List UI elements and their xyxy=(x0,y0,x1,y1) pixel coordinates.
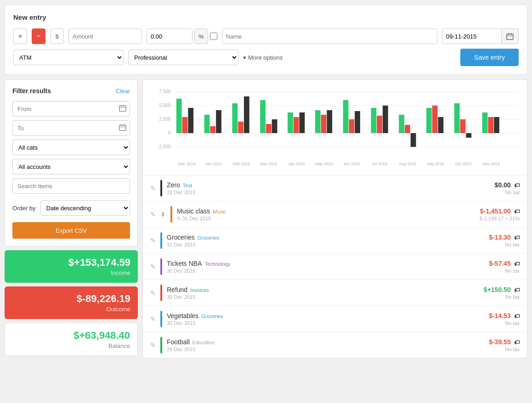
svg-rect-35 xyxy=(266,124,272,133)
order-row: Order by Date descending Date ascending … xyxy=(12,200,130,216)
svg-rect-66 xyxy=(482,112,488,133)
category-color-bar xyxy=(160,180,162,196)
date-input[interactable] xyxy=(442,28,502,44)
svg-rect-50 xyxy=(371,108,376,133)
transaction-sub-amount: No tax xyxy=(495,190,520,195)
svg-rect-51 xyxy=(377,116,382,133)
clear-link[interactable]: Clear xyxy=(116,88,130,95)
svg-rect-52 xyxy=(383,106,388,133)
svg-rect-28 xyxy=(216,110,221,133)
transaction-sub-amount: No tax xyxy=(489,347,520,352)
transaction-row: ✎RefundInvoices30 Dec 2015$+150.50 🏷No t… xyxy=(143,280,527,306)
calendar-button[interactable] xyxy=(502,28,519,44)
filter-title: Filter results xyxy=(12,87,51,95)
outcome-amount: $-89,226.19 xyxy=(12,293,130,305)
svg-rect-47 xyxy=(349,119,354,133)
from-calendar-icon[interactable] xyxy=(119,105,126,113)
edit-icon[interactable]: ✎ xyxy=(150,237,156,244)
plus-button[interactable]: + xyxy=(13,28,27,44)
svg-rect-60 xyxy=(438,117,444,133)
amount-input[interactable] xyxy=(68,28,142,44)
name-input[interactable] xyxy=(222,28,437,44)
order-select[interactable]: Date descending Date ascending Amount xyxy=(40,200,130,216)
minus-button[interactable]: − xyxy=(32,28,45,44)
edit-icon[interactable]: ✎ xyxy=(150,289,156,297)
transaction-row: ✎ZeroTest31 Dec 2015$0.00 🏷No tax xyxy=(143,175,527,202)
bar-chart: 7,500 5,000 2,500 0 -2,500 Dec 2014 Jan … xyxy=(150,87,520,170)
percent-input[interactable] xyxy=(147,28,192,44)
transaction-row: ✎VegetablesGroceries30 Dec 2015$-14.53 🏷… xyxy=(143,306,527,332)
to-input[interactable] xyxy=(12,120,130,136)
balance-amount: $+63,948.40 xyxy=(12,330,130,341)
svg-rect-67 xyxy=(488,117,493,133)
transaction-info: Music classMusic↻ 31 Dec 2015 xyxy=(177,207,475,222)
svg-text:2,500: 2,500 xyxy=(159,117,171,122)
more-options-link[interactable]: ▾ More options xyxy=(243,54,283,61)
svg-rect-59 xyxy=(432,106,438,133)
to-calendar-icon[interactable] xyxy=(119,124,126,133)
transaction-date: 30 Dec 2015 xyxy=(167,268,484,274)
account-filter-select[interactable]: All accounts xyxy=(12,159,130,174)
edit-icon[interactable]: ✎ xyxy=(150,263,156,270)
search-input[interactable] xyxy=(12,178,130,194)
edit-icon[interactable]: ✎ xyxy=(150,315,156,323)
transaction-tag: Invoices xyxy=(190,287,209,293)
transaction-date: 30 Dec 2015 xyxy=(167,294,479,300)
transaction-main-amount: $-14.53 🏷 xyxy=(489,312,520,319)
income-amount: $+153,174.59 xyxy=(12,257,130,269)
chart-container: 7,500 5,000 2,500 0 -2,500 Dec 2014 Jan … xyxy=(143,80,527,175)
balance-card: $+63,948.40 Balance xyxy=(5,323,138,356)
outcome-card: $-89,226.19 Outcome xyxy=(5,286,138,319)
edit-icon[interactable]: ✎ xyxy=(150,211,156,218)
svg-rect-39 xyxy=(294,117,299,133)
category-color-bar xyxy=(160,258,162,275)
transaction-main-amount: $-13.30 🏷 xyxy=(489,234,520,241)
svg-rect-8 xyxy=(119,125,126,131)
category-color-bar xyxy=(160,311,162,327)
transaction-info: ZeroTest31 Dec 2015 xyxy=(167,181,490,195)
save-button[interactable]: Save entry xyxy=(460,49,519,66)
transaction-date: 31 Dec 2015 xyxy=(167,242,484,247)
transaction-main-amount: $-1,451.00 🏷 xyxy=(480,207,520,215)
svg-rect-31 xyxy=(238,122,243,133)
edit-icon[interactable]: ✎ xyxy=(150,341,156,349)
svg-rect-55 xyxy=(405,125,410,133)
from-input[interactable] xyxy=(12,101,130,117)
edit-icon[interactable]: ✎ xyxy=(150,185,156,192)
account-select[interactable]: ATM Cash Bank xyxy=(13,50,124,65)
svg-rect-68 xyxy=(494,117,499,133)
svg-text:Jul 2015: Jul 2015 xyxy=(372,162,387,166)
category-color-bar xyxy=(170,206,172,223)
date-input-group xyxy=(442,28,519,44)
percent-checkbox[interactable] xyxy=(210,33,217,40)
outcome-label: Outcome xyxy=(12,306,130,313)
percent-group: % xyxy=(147,28,217,44)
transaction-tag: Test xyxy=(183,183,192,188)
transaction-sub-amount: No tax xyxy=(489,268,520,274)
main-content: Filter results Clear xyxy=(5,79,527,358)
transaction-tag: Technology xyxy=(205,261,231,267)
new-entry-title: New entry xyxy=(13,13,519,21)
svg-rect-64 xyxy=(466,133,471,138)
transaction-sub-amount: No tax xyxy=(489,242,520,247)
transaction-info: GroceriesGroceries31 Dec 2015 xyxy=(167,234,484,247)
category-select[interactable]: Professional Personal Music Groceries xyxy=(128,50,238,65)
transaction-tag: Groceries xyxy=(201,313,223,319)
svg-rect-54 xyxy=(399,115,404,133)
svg-rect-30 xyxy=(232,103,238,133)
currency-button[interactable]: $ xyxy=(50,28,64,44)
more-options-label: More options xyxy=(248,54,283,61)
export-csv-button[interactable]: Export CSV xyxy=(12,222,130,239)
category-color-bar xyxy=(160,285,162,301)
filter-panel: Filter results Clear xyxy=(5,79,138,246)
tag-icon: 🏷 xyxy=(513,261,520,267)
download-icon[interactable]: ⬇ xyxy=(160,211,166,218)
svg-text:May 2015: May 2015 xyxy=(315,162,333,166)
transaction-tag: Music xyxy=(213,209,226,214)
right-panel: 7,500 5,000 2,500 0 -2,500 Dec 2014 Jan … xyxy=(142,79,527,358)
svg-rect-58 xyxy=(426,108,432,133)
filter-header: Filter results Clear xyxy=(12,87,130,95)
svg-text:-2,500: -2,500 xyxy=(158,144,170,149)
category-filter-select[interactable]: All cats xyxy=(12,140,130,155)
transaction-info: Tickets NBATechnology30 Dec 2015 xyxy=(167,260,484,274)
